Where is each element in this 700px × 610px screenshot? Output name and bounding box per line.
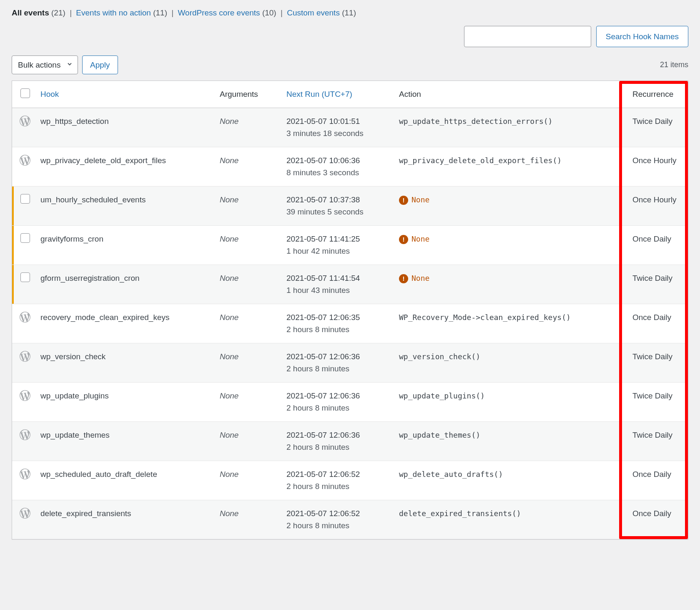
- hook-name[interactable]: recovery_mode_clean_expired_keys: [35, 304, 215, 343]
- table-row: um_hourly_scheduled_eventsNone2021-05-07…: [12, 187, 688, 226]
- hook-name[interactable]: wp_scheduled_auto_draft_delete: [35, 461, 215, 500]
- hook-name[interactable]: um_hourly_scheduled_events: [35, 187, 215, 226]
- column-action: Action: [394, 81, 627, 108]
- wordpress-icon: [20, 155, 30, 166]
- wordpress-icon: [20, 390, 30, 401]
- wordpress-icon: [20, 429, 30, 440]
- row-checkbox[interactable]: [20, 272, 30, 282]
- arguments-value: None: [220, 313, 238, 322]
- action-text: wp_delete_auto_drafts(): [399, 470, 503, 479]
- hook-name[interactable]: wp_https_detection: [35, 108, 215, 147]
- hook-name[interactable]: delete_expired_transients: [35, 500, 215, 539]
- arguments-value: None: [220, 470, 238, 479]
- hook-name[interactable]: wp_update_plugins: [35, 383, 215, 422]
- items-count: 21 items: [660, 60, 688, 69]
- hook-name[interactable]: wp_version_check: [35, 343, 215, 383]
- next-run-time: 2021-05-07 12:06:35: [286, 312, 389, 324]
- wordpress-icon: [20, 469, 30, 479]
- search-input[interactable]: [464, 26, 591, 47]
- next-run-relative: 2 hours 8 minutes: [286, 481, 389, 493]
- select-all-checkbox[interactable]: [20, 88, 30, 98]
- arguments-value: None: [220, 234, 238, 243]
- hook-name[interactable]: gform_userregistration_cron: [35, 265, 215, 304]
- wordpress-icon: [20, 116, 30, 126]
- next-run-time: 2021-05-07 12:06:52: [286, 469, 389, 481]
- events-table: Hook Arguments Next Run (UTC+7) Action R…: [12, 81, 688, 539]
- action-text: wp_privacy_delete_old_export_files(): [399, 156, 562, 165]
- next-run-time: 2021-05-07 12:06:36: [286, 429, 389, 441]
- apply-button[interactable]: Apply: [82, 55, 118, 74]
- row-checkbox[interactable]: [20, 194, 30, 204]
- arguments-value: None: [220, 352, 238, 361]
- recurrence-value: Twice Daily: [627, 422, 688, 461]
- table-row: gravityforms_cronNone2021-05-07 11:41:25…: [12, 226, 688, 265]
- column-arguments: Arguments: [215, 81, 281, 108]
- table-row: wp_scheduled_auto_draft_deleteNone2021-0…: [12, 461, 688, 500]
- hook-name[interactable]: wp_update_themes: [35, 422, 215, 461]
- recurrence-value: Twice Daily: [627, 383, 688, 422]
- arguments-value: None: [220, 431, 238, 439]
- next-run-time: 2021-05-07 11:41:25: [286, 233, 389, 245]
- wordpress-icon: [20, 351, 30, 362]
- next-run-relative: 2 hours 8 minutes: [286, 363, 389, 375]
- action-none: None: [411, 274, 429, 282]
- table-row: recovery_mode_clean_expired_keysNone2021…: [12, 304, 688, 343]
- action-text: wp_update_themes(): [399, 431, 480, 439]
- wordpress-icon: [20, 508, 30, 519]
- search-button[interactable]: Search Hook Names: [596, 26, 688, 47]
- next-run-time: 2021-05-07 12:06:52: [286, 508, 389, 520]
- action-text: delete_expired_transients(): [399, 509, 521, 518]
- table-row: wp_update_themesNone2021-05-07 12:06:362…: [12, 422, 688, 461]
- table-row: wp_https_detectionNone2021-05-07 10:01:5…: [12, 108, 688, 147]
- recurrence-value: Once Hourly: [627, 147, 688, 187]
- column-hook[interactable]: Hook: [35, 81, 215, 108]
- next-run-time: 2021-05-07 12:06:36: [286, 390, 389, 402]
- recurrence-value: Once Daily: [627, 304, 688, 343]
- recurrence-value: Twice Daily: [627, 343, 688, 383]
- arguments-value: None: [220, 195, 238, 204]
- table-row: gform_userregistration_cronNone2021-05-0…: [12, 265, 688, 304]
- filter-tabs: All events (21) | Events with no action …: [12, 8, 688, 18]
- next-run-time: 2021-05-07 11:41:54: [286, 272, 389, 285]
- next-run-relative: 8 minutes 3 seconds: [286, 167, 389, 179]
- next-run-time: 2021-05-07 12:06:36: [286, 351, 389, 363]
- next-run-relative: 39 minutes 5 seconds: [286, 206, 389, 218]
- hook-name[interactable]: wp_privacy_delete_old_export_files: [35, 147, 215, 187]
- warning-icon: !: [399, 196, 408, 205]
- next-run-time: 2021-05-07 10:06:36: [286, 155, 389, 167]
- warning-icon: !: [399, 235, 408, 244]
- recurrence-value: Once Daily: [627, 500, 688, 539]
- recurrence-value: Once Hourly: [627, 187, 688, 226]
- arguments-value: None: [220, 117, 238, 126]
- next-run-relative: 3 minutes 18 seconds: [286, 128, 389, 140]
- action-text: wp_update_plugins(): [399, 391, 485, 400]
- table-row: wp_version_checkNone2021-05-07 12:06:362…: [12, 343, 688, 383]
- recurrence-value: Once Daily: [627, 461, 688, 500]
- recurrence-value: Twice Daily: [627, 265, 688, 304]
- next-run-relative: 1 hour 42 minutes: [286, 245, 389, 257]
- hook-name[interactable]: gravityforms_cron: [35, 226, 215, 265]
- wordpress-icon: [20, 312, 30, 323]
- recurrence-value: Twice Daily: [627, 108, 688, 147]
- action-text: WP_Recovery_Mode->clean_expired_keys(): [399, 313, 571, 322]
- action-text: wp_update_https_detection_errors(): [399, 117, 552, 126]
- arguments-value: None: [220, 391, 238, 400]
- next-run-relative: 2 hours 8 minutes: [286, 402, 389, 414]
- column-next-run[interactable]: Next Run (UTC+7): [281, 81, 394, 108]
- arguments-value: None: [220, 156, 238, 165]
- next-run-time: 2021-05-07 10:37:38: [286, 194, 389, 206]
- next-run-time: 2021-05-07 10:01:51: [286, 116, 389, 128]
- filter-custom[interactable]: Custom events (11): [287, 8, 356, 17]
- action-none: None: [411, 195, 429, 204]
- next-run-relative: 2 hours 8 minutes: [286, 324, 389, 336]
- filter-core[interactable]: WordPress core events (10): [178, 8, 276, 17]
- table-row: wp_privacy_delete_old_export_filesNone20…: [12, 147, 688, 187]
- filter-no-action[interactable]: Events with no action (11): [76, 8, 167, 17]
- column-recurrence: Recurrence: [627, 81, 688, 108]
- action-text: wp_version_check(): [399, 352, 480, 361]
- arguments-value: None: [220, 274, 238, 282]
- row-checkbox[interactable]: [20, 233, 30, 243]
- arguments-value: None: [220, 509, 238, 518]
- bulk-actions-select[interactable]: Bulk actions: [12, 55, 78, 74]
- filter-all[interactable]: All events (21): [12, 8, 65, 17]
